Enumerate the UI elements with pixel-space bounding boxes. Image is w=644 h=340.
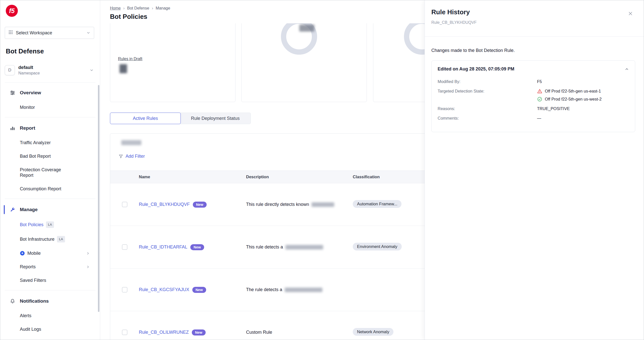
rule-link[interactable]: Rule_CB_IDTHEARFAL	[139, 244, 187, 250]
sidebar-section-notifications[interactable]: Notifications	[0, 293, 100, 309]
sidebar-item-mobile[interactable]: Mobile	[0, 246, 100, 260]
wrench-icon	[10, 207, 15, 212]
rules-in-draft-link[interactable]: Rules in Draft	[118, 57, 142, 61]
column-header-classification: Classification	[353, 175, 380, 179]
sidebar-item-bot-policies[interactable]: Bot PoliciesLA	[0, 217, 100, 232]
sidebar-section-label: Notifications	[20, 298, 49, 304]
row-checkbox[interactable]	[122, 330, 127, 335]
breadcrumb-item-manage[interactable]: Manage	[156, 6, 170, 11]
divider	[425, 36, 644, 37]
sidebar-item-audit-logs[interactable]: Audit Logs	[0, 322, 100, 336]
sidebar-item-bad-bot-report[interactable]: Bad Bot Report	[0, 149, 100, 163]
rule-link[interactable]: Rule_CB_OLILWRUNEZ	[139, 330, 189, 335]
rule-link[interactable]: Rule_CB_BLYKHDUQVF	[139, 202, 190, 207]
sidebar-item-monitor[interactable]: Monitor	[0, 101, 100, 114]
field-comments: Comments:—	[438, 115, 629, 121]
sidebar-item-label: Saved Filters	[20, 278, 46, 283]
redacted-items-count	[121, 140, 141, 145]
rule-link[interactable]: Rule_CB_KGCSFYAJUX	[139, 287, 189, 292]
sidebar-item-traffic-analyzer[interactable]: Traffic Analyzer	[0, 136, 100, 149]
rule-description-cell: The rule detects a	[246, 287, 353, 292]
history-entry-title: Edited on Aug 28 2025, 07:05:09 PM	[438, 66, 514, 72]
new-badge: New	[190, 244, 204, 250]
sidebar-item-protection-coverage-report[interactable]: Protection Coverage Report	[0, 163, 100, 182]
chevron-right-icon	[86, 265, 90, 269]
sidebar-item-saved-filters[interactable]: Saved Filters	[0, 274, 100, 287]
rule-description: This rule detects a	[246, 244, 283, 250]
field-label: Targeted Detection State:	[438, 88, 537, 94]
tab-rule-deployment-status[interactable]: Rule Deployment Status	[180, 113, 251, 124]
new-badge: New	[192, 329, 206, 335]
tab-active-rules[interactable]: Active Rules	[110, 113, 181, 124]
success-icon	[537, 97, 542, 102]
field-value: TRUE_POSITIVE	[537, 106, 570, 111]
summary-card-rules-in-draft: Rules in Draft	[110, 23, 236, 102]
f5-logo: f5	[6, 5, 18, 17]
history-entry-fields: Modified By:F5Targeted Detection State:O…	[432, 77, 635, 132]
workspace-selector[interactable]: Select Workspace	[5, 27, 94, 39]
rule-description: This rule directly detects known	[246, 202, 309, 207]
sidebar-item-bot-infrastructure[interactable]: Bot InfrastructureLA	[0, 232, 100, 246]
sidebar-item-reports[interactable]: Reports	[0, 260, 100, 274]
field-targeted-detection-state: Targeted Detection State:Off Prod f22-5t…	[438, 88, 629, 102]
sidebar-item-label: Bad Bot Report	[20, 153, 51, 159]
redacted-description	[312, 202, 334, 207]
namespace-avatar: D	[5, 65, 15, 75]
sidebar-item-label: Traffic Analyzer	[20, 140, 51, 145]
sidebar-item-label: Audit Logs	[20, 326, 41, 332]
sidebar-section-report[interactable]: Report	[0, 120, 100, 136]
namespace-selector[interactable]: D default Namespace	[5, 62, 96, 78]
la-badge: LA	[57, 236, 65, 242]
la-badge: LA	[46, 221, 54, 228]
sidebar-item-alerts[interactable]: Alerts	[0, 309, 100, 322]
classification-chip: Network Anomaly	[353, 328, 393, 336]
summary-card-donut	[241, 23, 367, 102]
rule-classification-cell: Network Anomaly	[353, 328, 393, 337]
nav-divider	[5, 290, 95, 290]
rule-name-cell: Rule_CB_BLYKHDUQVFNew	[139, 202, 246, 208]
rule-name-cell: Rule_CB_KGCSFYAJUXNew	[139, 287, 246, 293]
sidebar-item-label: Alerts	[20, 313, 31, 318]
close-icon[interactable]	[628, 11, 633, 16]
main-content: Home›Bot Defense›Manage Bot Policies Rul…	[100, 0, 425, 340]
chevron-right-icon	[86, 251, 90, 255]
rule-classification-cell: Automation Framew...	[353, 200, 401, 209]
warning-icon	[537, 89, 542, 94]
sidebar-scrollbar[interactable]	[98, 85, 99, 312]
breadcrumb-separator: ›	[152, 6, 153, 11]
rule-description-cell: This rule directly detects known	[246, 202, 353, 207]
breadcrumb: Home›Bot Defense›Manage	[110, 6, 170, 11]
row-checkbox[interactable]	[122, 244, 127, 250]
detection-state-list: Off Prod f22-5th-gen us-east-1Off Prod f…	[537, 88, 602, 102]
sidebar-item-label: Bot Policies	[20, 222, 43, 227]
breadcrumb-item-home[interactable]: Home	[110, 6, 121, 11]
rule-description: Custom Rule	[246, 330, 272, 335]
field-value: —	[537, 115, 541, 121]
sidebar-section-overview[interactable]: Overview	[0, 85, 100, 101]
panel-subtitle: Rule_CB_BLYKHDUQVF	[431, 20, 477, 25]
new-badge: New	[193, 202, 207, 208]
nav-divider	[5, 117, 95, 117]
sidebar-nav: OverviewMonitorReportTraffic AnalyzerBad…	[0, 85, 100, 336]
rule-name-cell: Rule_CB_OLILWRUNEZNew	[139, 329, 246, 335]
field-reasons: Reasons:TRUE_POSITIVE	[438, 106, 629, 111]
field-label: Reasons:	[438, 106, 537, 111]
detection-state: Off Prod f22-5th-gen us-east-1	[537, 88, 602, 94]
sidebar-section-manage[interactable]: Manage	[0, 202, 100, 217]
sidebar-item-consumption-report[interactable]: Consumption Report	[0, 182, 100, 196]
new-badge: New	[192, 287, 206, 293]
row-checkbox[interactable]	[122, 287, 127, 292]
detection-state-text: Off Prod f22-5th-gen us-west-2	[545, 96, 602, 102]
history-entry-header[interactable]: Edited on Aug 28 2025, 07:05:09 PM	[432, 61, 635, 77]
rule-description-cell: This rule detects a	[246, 244, 353, 250]
rule-name-cell: Rule_CB_IDTHEARFALNew	[139, 244, 246, 250]
sidebar-section-label: Report	[20, 125, 35, 131]
namespace-label: Namespace	[18, 71, 40, 75]
row-checkbox[interactable]	[122, 202, 127, 207]
panel-description: Changes made to the Bot Detection Rule.	[431, 48, 515, 53]
sidebar-item-label: Bot Infrastructure	[20, 236, 54, 242]
sidebar-item-label: Monitor	[20, 105, 35, 110]
add-filter-button[interactable]: Add Filter	[119, 154, 145, 159]
chevron-up-icon	[625, 67, 629, 71]
breadcrumb-item-bot-defense[interactable]: Bot Defense	[127, 6, 149, 11]
